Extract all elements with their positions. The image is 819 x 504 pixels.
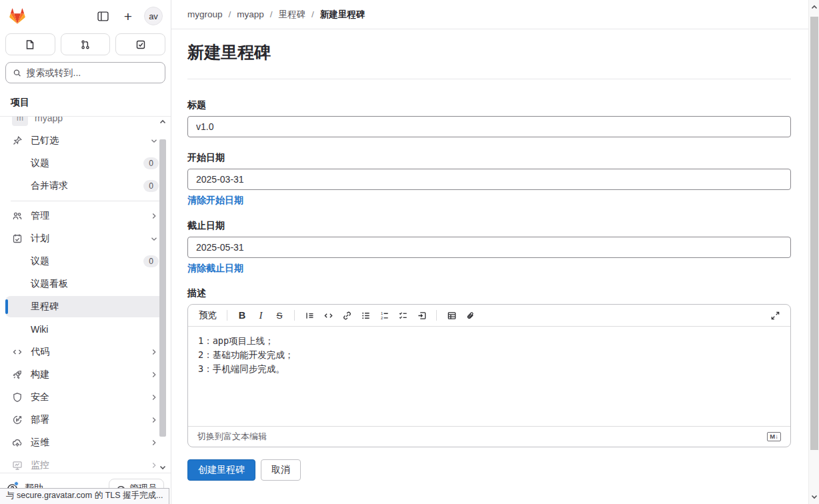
merge-requests-shortcut-button[interactable] [61, 33, 111, 55]
due-date-field[interactable] [187, 237, 791, 258]
preview-tab[interactable]: 预览 [195, 309, 221, 321]
sidebar-item-monitor[interactable]: 监控 [5, 455, 165, 473]
quote-icon [305, 311, 315, 321]
table-button[interactable] [443, 307, 460, 323]
link-button[interactable] [338, 307, 355, 323]
sidebar-item-pinned[interactable]: 已钉选 [5, 130, 165, 151]
scroll-up-icon [809, 2, 819, 13]
code-icon [323, 311, 333, 321]
rocket-icon [12, 369, 23, 380]
chevron-right-icon [149, 370, 159, 379]
search-input[interactable] [27, 67, 158, 78]
sidebar-item-pinned-merge-requests[interactable]: 合并请求 0 [5, 175, 165, 197]
sidebar-item-code[interactable]: 代码 [5, 341, 165, 363]
switch-rich-text-link[interactable]: 切换到富文本编辑 [197, 431, 267, 443]
scrollbar-thumb[interactable] [159, 139, 166, 437]
start-date-field[interactable] [187, 169, 791, 190]
italic-button[interactable]: I [252, 307, 269, 323]
bullet-list-button[interactable] [357, 307, 374, 323]
strikethrough-button[interactable]: S [271, 307, 288, 323]
scrollbar-thumb[interactable] [810, 17, 818, 450]
project-icon [25, 39, 35, 50]
sidebar-item-manage[interactable]: 管理 [5, 205, 165, 227]
sidebar-item-build[interactable]: 构建 [5, 364, 165, 385]
table-icon [447, 311, 457, 321]
milestone-form: 标题 开始日期 清除开始日期 截止日期 清除截止日期 描述 预览 B I S [187, 99, 791, 481]
search-box[interactable] [5, 62, 165, 83]
numbered-list-button[interactable]: 12 [375, 307, 393, 323]
chevron-down-icon [149, 234, 159, 243]
chevron-down-icon [149, 136, 159, 145]
code-button[interactable] [319, 307, 337, 323]
breadcrumb-mygroup[interactable]: mygroup [187, 9, 223, 19]
breadcrumb: mygroup / myapp / 里程碑 / 新建里程碑 [187, 9, 365, 21]
todos-shortcut-button[interactable] [115, 33, 165, 55]
svg-text:2: 2 [380, 315, 382, 319]
deploy-icon [12, 415, 23, 425]
task-list-button[interactable] [394, 307, 412, 323]
description-textarea[interactable]: 1：app项目上线； 2：基础功能开发完成； 3：手机端同步完成。 [188, 327, 790, 426]
page-content: 新建里程碑 标题 开始日期 清除开始日期 截止日期 清除截止日期 描述 预览 B [171, 29, 808, 481]
sidebar-item-plan[interactable]: 计划 [5, 228, 165, 249]
search-icon [13, 68, 22, 78]
code-icon [12, 347, 23, 357]
monitor-icon [12, 460, 23, 471]
sidebar-section-title: 项目 [0, 89, 171, 116]
sidebar-item-milestones[interactable]: 里程碑 [5, 296, 165, 317]
fullscreen-button[interactable] [766, 307, 784, 323]
clear-start-date-link[interactable]: 清除开始日期 [187, 195, 243, 207]
cancel-button[interactable]: 取消 [261, 459, 301, 481]
issues-count-badge: 0 [143, 255, 159, 267]
title-label: 标题 [187, 99, 791, 111]
avatar[interactable]: av [144, 7, 163, 25]
scroll-down-icon [159, 463, 166, 471]
sidebar-item-security[interactable]: 安全 [5, 387, 165, 408]
sidebar-item-pinned-issues[interactable]: 议题 0 [5, 153, 165, 174]
clear-due-date-link[interactable]: 清除截止日期 [187, 263, 243, 275]
sidebar-item-operate[interactable]: 运维 [5, 432, 165, 453]
sidebar-nav: m myapp 已钉选 议题 0 合并请求 0 管理 [0, 116, 171, 473]
projects-shortcut-button[interactable] [5, 33, 55, 55]
sidebar-item-deploy[interactable]: 部署 [5, 409, 165, 431]
gitlab-logo-icon[interactable] [8, 7, 27, 25]
create-milestone-button[interactable]: 创建里程碑 [187, 459, 255, 481]
link-icon [342, 311, 352, 321]
bullet-list-icon [361, 311, 371, 321]
cloud-gear-icon [12, 437, 23, 448]
scroll-down-icon [809, 491, 819, 502]
form-actions: 创建里程碑 取消 [187, 459, 791, 481]
editor-toolbar: 预览 B I S [188, 305, 790, 327]
markdown-icon[interactable]: M↓ [767, 432, 781, 441]
sidebar-item-issues[interactable]: 议题 0 [5, 251, 165, 272]
project-avatar: m [12, 116, 28, 126]
breadcrumb-myapp[interactable]: myapp [237, 9, 264, 19]
title-field[interactable] [187, 116, 791, 137]
attach-file-icon [466, 311, 476, 321]
chevron-right-icon [149, 393, 159, 402]
shield-icon [12, 392, 23, 403]
divider [187, 79, 791, 79]
page-scrollbar[interactable] [808, 0, 819, 504]
sidebar-scrollbar[interactable] [159, 118, 166, 471]
merge-request-icon [80, 39, 91, 50]
start-date-label: 开始日期 [187, 152, 791, 164]
breadcrumb-milestones[interactable]: 里程碑 [279, 9, 306, 21]
app-window: + av 项目 m myapp [0, 0, 819, 504]
sidebar-item-issue-boards[interactable]: 议题看板 [5, 273, 165, 295]
sidebar-shortcuts [0, 32, 171, 55]
sidebar-item-myapp[interactable]: m myapp [5, 116, 165, 129]
quote-button[interactable] [301, 307, 318, 323]
sidebar-toggle-icon[interactable] [93, 7, 112, 25]
sidebar-divider [11, 201, 160, 201]
attach-file-button[interactable] [462, 307, 479, 323]
bold-button[interactable]: B [233, 307, 251, 323]
main-area: mygroup / myapp / 里程碑 / 新建里程碑 新建里程碑 标题 开… [171, 0, 819, 504]
chevron-right-icon [149, 415, 159, 425]
fullscreen-icon [770, 311, 780, 321]
collapsible-section-button[interactable] [413, 307, 430, 323]
main-topbar: mygroup / myapp / 里程碑 / 新建里程碑 [171, 0, 808, 29]
sidebar-item-wiki[interactable]: Wiki [5, 319, 165, 340]
sidebar-topbar: + av [0, 0, 171, 32]
due-date-label: 截止日期 [187, 220, 791, 232]
plus-icon[interactable]: + [119, 7, 137, 25]
